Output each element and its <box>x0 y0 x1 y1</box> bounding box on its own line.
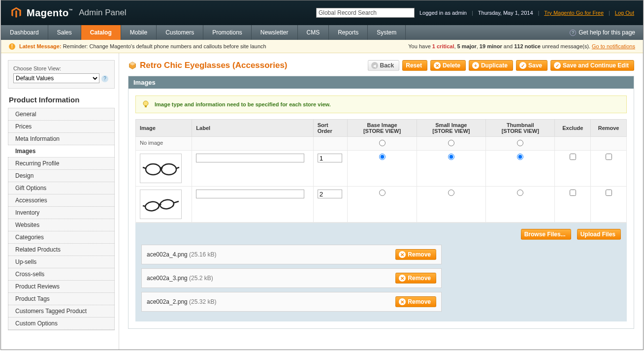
file-size: (25.2 kB) <box>189 275 213 282</box>
reset-button[interactable]: Reset <box>402 60 427 71</box>
nav-promotions[interactable]: Promotions <box>203 25 252 40</box>
image-row <box>136 187 627 223</box>
tab-meta-information[interactable]: Meta Information <box>8 133 114 145</box>
tab-images[interactable]: Images <box>8 145 114 158</box>
label-input[interactable] <box>196 190 304 198</box>
main-nav: Dashboard Sales Catalog Mobile Customers… <box>1 25 643 40</box>
nav-sales[interactable]: Sales <box>48 25 81 40</box>
thumb-radio[interactable] <box>517 190 523 196</box>
upload-file-row: ace002a_4.png (25.16 kB) ✕Remove <box>141 245 442 264</box>
nav-catalog[interactable]: Catalog <box>81 25 121 40</box>
save-button[interactable]: ✓Save <box>516 60 547 71</box>
exclude-checkbox[interactable] <box>570 190 576 196</box>
sidebar-tabs: General Prices Meta Information Images R… <box>8 108 115 330</box>
upload-files-button[interactable]: Upload Files <box>577 229 621 240</box>
tab-recurring-profile[interactable]: Recurring Profile <box>8 158 114 170</box>
tab-websites[interactable]: Websites <box>8 219 114 231</box>
tab-product-tags[interactable]: Product Tags <box>8 293 114 305</box>
small-radio-noimage[interactable] <box>448 140 454 146</box>
col-label: Label <box>192 120 313 137</box>
file-remove-button[interactable]: ✕Remove <box>395 273 436 284</box>
sidebar: Choose Store View: Default Values ? Prod… <box>1 53 119 350</box>
notice-box: Image type and information need to be sp… <box>135 96 627 113</box>
message-summary: You have 1 critical, 5 major, 19 minor a… <box>408 43 635 49</box>
nav-help-label: Get help for this page <box>579 29 635 36</box>
remove-checkbox[interactable] <box>606 154 612 160</box>
tab-general[interactable]: General <box>8 108 114 121</box>
file-name: ace002a_2.png <box>147 298 188 305</box>
image-thumbnail[interactable] <box>140 190 182 219</box>
col-image: Image <box>136 120 192 137</box>
thumb-radio[interactable] <box>517 154 523 160</box>
nav-dashboard[interactable]: Dashboard <box>1 25 48 40</box>
col-base: Base Image[STORE VIEW] <box>348 120 417 137</box>
remove-icon: ✕ <box>399 251 406 258</box>
col-sort: Sort Order <box>313 120 348 137</box>
main-content: Retro Chic Eyeglasses (Accessories) ◄Bac… <box>119 53 643 350</box>
tab-up-sells[interactable]: Up-sells <box>8 256 114 268</box>
tab-product-reviews[interactable]: Product Reviews <box>8 281 114 293</box>
global-search-input[interactable] <box>316 8 415 18</box>
images-panel: Images Image type and information need t… <box>128 76 634 329</box>
browse-files-button[interactable]: Browse Files... <box>521 229 571 240</box>
small-radio[interactable] <box>448 154 454 160</box>
tab-custom-options[interactable]: Custom Options <box>8 318 114 330</box>
brand-name: Magento™ <box>27 7 73 19</box>
store-help-icon[interactable]: ? <box>101 75 108 82</box>
tab-prices[interactable]: Prices <box>8 121 114 133</box>
back-button[interactable]: ◄Back <box>368 60 400 71</box>
tab-gift-options[interactable]: Gift Options <box>8 182 114 194</box>
col-remove: Remove <box>591 120 627 137</box>
save-continue-icon: ✓ <box>554 62 561 69</box>
nav-help[interactable]: ? Get help for this page <box>562 25 643 40</box>
nav-mobile[interactable]: Mobile <box>121 25 157 40</box>
tab-accessories[interactable]: Accessories <box>8 194 114 207</box>
sort-order-input[interactable] <box>318 154 342 162</box>
nav-newsletter[interactable]: Newsletter <box>252 25 298 40</box>
tab-related-products[interactable]: Related Products <box>8 244 114 256</box>
tab-inventory[interactable]: Inventory <box>8 207 114 219</box>
tab-categories[interactable]: Categories <box>8 231 114 244</box>
nav-customers[interactable]: Customers <box>157 25 203 40</box>
label-input[interactable] <box>196 154 304 162</box>
logout-link[interactable]: Log Out <box>615 10 634 16</box>
svg-point-5 <box>159 199 174 210</box>
file-size: (25.32 kB) <box>189 298 216 305</box>
file-remove-button[interactable]: ✕Remove <box>395 296 436 307</box>
base-radio[interactable] <box>379 190 386 196</box>
tab-cross-sells[interactable]: Cross-sells <box>8 268 114 281</box>
tab-customers-tagged[interactable]: Customers Tagged Product <box>8 305 114 318</box>
image-thumbnail[interactable] <box>140 154 182 183</box>
save-continue-button[interactable]: ✓Save and Continue Edit <box>550 60 634 71</box>
nav-system[interactable]: System <box>368 25 406 40</box>
store-view-label: Choose Store View: <box>13 65 109 71</box>
back-icon: ◄ <box>371 62 378 69</box>
exclude-checkbox[interactable] <box>570 154 576 160</box>
thumb-radio-noimage[interactable] <box>517 140 523 146</box>
latest-message-label: Latest Message: <box>19 43 62 49</box>
duplicate-icon: + <box>472 62 479 69</box>
small-radio[interactable] <box>448 190 454 196</box>
svg-point-0 <box>143 101 148 106</box>
base-radio-noimage[interactable] <box>379 140 386 146</box>
base-radio[interactable] <box>379 154 386 160</box>
file-size: (25.16 kB) <box>189 251 216 258</box>
try-magento-link[interactable]: Try Magento Go for Free <box>544 10 604 16</box>
tab-design[interactable]: Design <box>8 170 114 182</box>
no-image-cell: No image <box>136 137 192 151</box>
store-view-select[interactable]: Default Values <box>13 73 99 83</box>
nav-cms[interactable]: CMS <box>298 25 329 40</box>
duplicate-button[interactable]: +Duplicate <box>469 60 513 71</box>
remove-checkbox[interactable] <box>606 190 612 196</box>
sidebar-heading: Product Information <box>9 96 115 104</box>
goto-notifications-link[interactable]: Go to notifications <box>592 43 635 49</box>
product-icon <box>128 61 137 70</box>
message-bar: ! Latest Message: Reminder: Change Magen… <box>1 40 643 53</box>
file-remove-button[interactable]: ✕Remove <box>395 249 436 260</box>
delete-button[interactable]: ✕Delete <box>430 60 466 71</box>
remove-icon: ✕ <box>399 298 406 305</box>
magento-logo-icon <box>10 6 23 19</box>
nav-reports[interactable]: Reports <box>329 25 368 40</box>
col-thumb: Thumbnail[STORE VIEW] <box>486 120 555 137</box>
sort-order-input[interactable] <box>318 190 342 198</box>
